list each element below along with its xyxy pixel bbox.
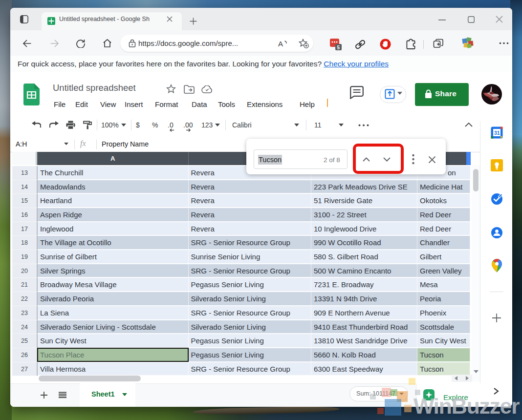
svg-text:31: 31 bbox=[494, 130, 500, 136]
svg-text:5: 5 bbox=[337, 45, 340, 50]
svg-text:A: A bbox=[278, 40, 283, 48]
